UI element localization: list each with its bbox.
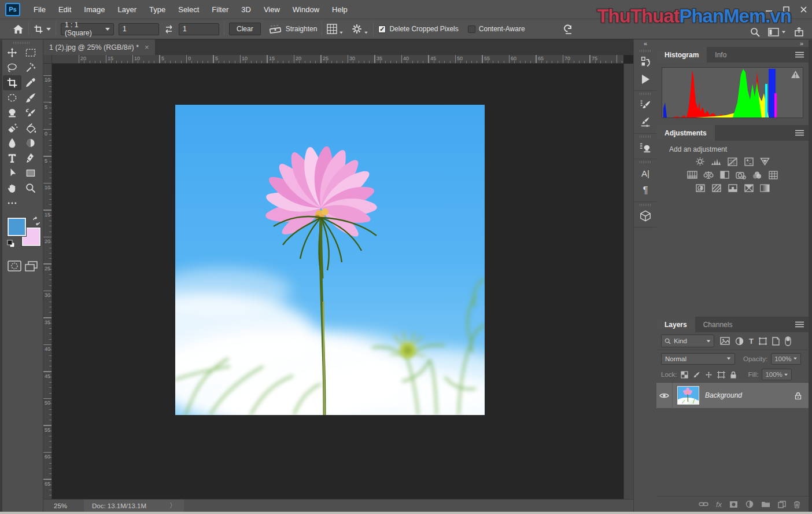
eraser-tool[interactable] bbox=[3, 120, 21, 135]
menu-file[interactable]: File bbox=[27, 0, 52, 19]
threshold-icon[interactable] bbox=[727, 183, 738, 193]
vibrance-icon[interactable] bbox=[759, 157, 770, 166]
opacity-value[interactable]: 100% bbox=[771, 353, 801, 365]
lock-pixels-icon[interactable] bbox=[693, 371, 700, 379]
brush-tool[interactable] bbox=[21, 90, 40, 105]
channel-mixer-icon[interactable] bbox=[751, 170, 762, 179]
selective-color-icon[interactable] bbox=[743, 183, 754, 193]
lock-position-icon[interactable] bbox=[705, 371, 713, 379]
character-panel-icon[interactable]: A| bbox=[634, 164, 657, 182]
clone-stamp-tool[interactable] bbox=[3, 105, 21, 120]
adjustment-layer-filter-icon[interactable] bbox=[735, 337, 744, 346]
layer-visibility-eye-icon[interactable] bbox=[656, 383, 673, 408]
menu-window[interactable]: Window bbox=[286, 0, 326, 19]
new-group-icon[interactable] bbox=[761, 501, 770, 508]
horizontal-ruler[interactable]: 20 15 10 5 0 5 10 15 20 25 30 35 40 45 5… bbox=[52, 55, 623, 64]
hand-tool[interactable] bbox=[3, 181, 21, 196]
levels-icon[interactable] bbox=[711, 157, 722, 166]
crop-height-input[interactable] bbox=[179, 23, 219, 35]
rectangle-tool[interactable] bbox=[21, 166, 40, 181]
ratio-preset-select[interactable]: 1 : 1 (Square) bbox=[61, 23, 114, 35]
shape-layer-filter-icon[interactable] bbox=[759, 337, 767, 345]
pasteboard[interactable] bbox=[52, 64, 623, 499]
brightness-contrast-icon[interactable] bbox=[695, 157, 706, 166]
layer-filter-toggle[interactable] bbox=[785, 336, 791, 346]
share-icon[interactable] bbox=[794, 27, 804, 37]
invert-icon[interactable] bbox=[695, 183, 706, 193]
menu-layer[interactable]: Layer bbox=[112, 0, 143, 19]
menu-type[interactable]: Type bbox=[143, 0, 172, 19]
exposure-icon[interactable] bbox=[743, 157, 754, 166]
swap-colors-icon[interactable] bbox=[32, 216, 41, 226]
tab-channels[interactable]: Channels bbox=[695, 317, 741, 332]
gradient-map-icon[interactable] bbox=[759, 183, 770, 193]
swap-dimensions-icon[interactable] bbox=[164, 25, 174, 34]
paragraph-panel-icon[interactable]: ¶ bbox=[634, 182, 657, 199]
layer-row-background[interactable]: Background bbox=[656, 383, 809, 408]
history-brush-tool[interactable] bbox=[21, 105, 40, 120]
tab-info[interactable]: Info bbox=[707, 47, 735, 63]
close-button[interactable] bbox=[795, 0, 812, 19]
straighten-button[interactable]: Straighten bbox=[269, 24, 318, 34]
layer-filter-select[interactable]: Kind bbox=[661, 335, 714, 347]
quick-selection-tool[interactable] bbox=[21, 60, 40, 75]
crop-tool[interactable] bbox=[3, 75, 21, 90]
fill-value[interactable]: 100% bbox=[762, 369, 792, 380]
type-layer-filter-icon[interactable]: T bbox=[749, 337, 754, 346]
home-icon[interactable] bbox=[13, 24, 24, 34]
clone-source-panel-icon[interactable] bbox=[634, 139, 657, 156]
reset-icon[interactable] bbox=[562, 23, 574, 35]
adjustments-menu-icon[interactable] bbox=[795, 130, 804, 136]
new-adjustment-layer-icon[interactable] bbox=[745, 500, 754, 508]
tab-close-icon[interactable]: × bbox=[145, 43, 149, 52]
histogram-menu-icon[interactable] bbox=[795, 52, 804, 58]
menu-select[interactable]: Select bbox=[172, 0, 205, 19]
more-tools-button[interactable] bbox=[3, 196, 21, 211]
hue-saturation-icon[interactable] bbox=[686, 170, 697, 179]
move-tool[interactable] bbox=[3, 45, 21, 60]
delete-cropped-pixels-checkbox[interactable]: ✓ Delete Cropped Pixels bbox=[378, 25, 458, 33]
gradient-tool[interactable] bbox=[21, 120, 40, 135]
menu-help[interactable]: Help bbox=[326, 0, 354, 19]
posterize-icon[interactable] bbox=[711, 183, 722, 193]
layer-locked-icon[interactable] bbox=[795, 392, 802, 399]
pixel-layer-filter-icon[interactable] bbox=[720, 337, 730, 345]
status-chevron-icon[interactable]: 〉 bbox=[169, 501, 176, 510]
pen-tool[interactable] bbox=[21, 150, 40, 166]
tab-histogram[interactable]: Histogram bbox=[656, 47, 707, 63]
brushes-panel-icon[interactable] bbox=[634, 113, 657, 131]
photo-filter-icon[interactable] bbox=[735, 170, 746, 179]
menu-image[interactable]: Image bbox=[77, 0, 111, 19]
crop-tool-preset-icon[interactable] bbox=[34, 24, 51, 34]
quick-mask-icon[interactable] bbox=[8, 260, 21, 272]
eyedropper-tool[interactable] bbox=[21, 75, 40, 90]
document-tab[interactable]: 1 (2).jpg @ 25% (RGB/8#) * × bbox=[43, 39, 155, 55]
zoom-tool[interactable] bbox=[21, 181, 40, 196]
layer-effects-icon[interactable]: fx bbox=[716, 500, 722, 509]
lock-all-icon[interactable] bbox=[730, 371, 737, 379]
brush-settings-panel-icon[interactable] bbox=[634, 96, 657, 113]
doc-size-indicator[interactable]: Doc: 13.1M/13.1M 〉 bbox=[84, 500, 184, 512]
foreground-color-swatch[interactable] bbox=[8, 218, 26, 236]
search-icon[interactable] bbox=[750, 27, 760, 37]
path-selection-tool[interactable] bbox=[3, 166, 21, 181]
toolbar-grip[interactable] bbox=[13, 42, 29, 44]
menu-3d[interactable]: 3D bbox=[235, 0, 257, 19]
menu-edit[interactable]: Edit bbox=[52, 0, 77, 19]
blend-mode-select[interactable]: Normal bbox=[661, 353, 735, 365]
canvas-scrollbar[interactable] bbox=[623, 64, 633, 499]
spot-healing-tool[interactable] bbox=[3, 90, 21, 105]
link-layers-icon[interactable] bbox=[699, 501, 708, 507]
content-aware-checkbox[interactable]: Content-Aware bbox=[468, 25, 525, 33]
collapse-panels-icon[interactable]: « bbox=[634, 40, 656, 48]
tab-layers[interactable]: Layers bbox=[656, 317, 695, 332]
overlay-options-icon[interactable] bbox=[327, 24, 344, 34]
vertical-ruler[interactable]: 10 5 0 5 10 15 20 25 30 35 40 45 50 55 6… bbox=[43, 64, 52, 499]
dodge-tool[interactable] bbox=[21, 135, 40, 150]
layer-thumbnail[interactable] bbox=[677, 386, 699, 405]
maximize-button[interactable] bbox=[777, 0, 795, 19]
crop-width-input[interactable] bbox=[119, 23, 159, 35]
3d-panel-icon[interactable] bbox=[634, 207, 657, 225]
crop-settings-gear-icon[interactable] bbox=[352, 24, 368, 34]
menu-view[interactable]: View bbox=[257, 0, 286, 19]
